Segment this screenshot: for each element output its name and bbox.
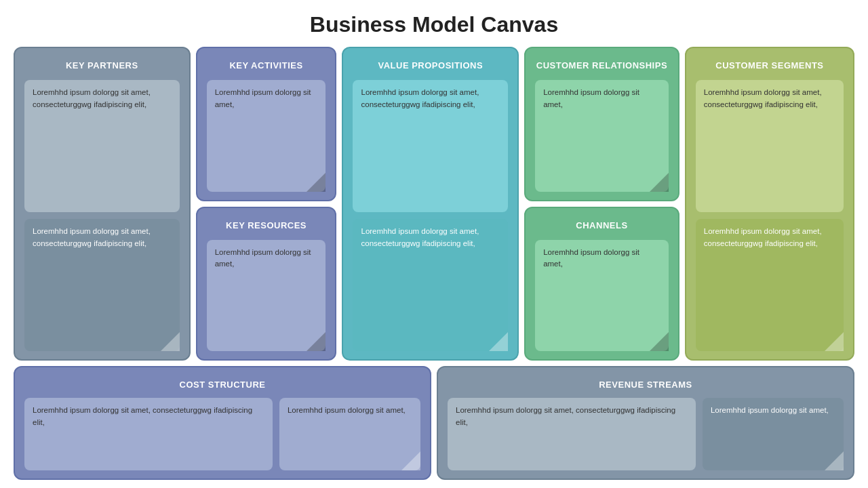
page-title: Business Model Canvas [14,12,854,37]
top-row: KEY PARTNERS Loremhhd ipsum dolorgg sit … [14,47,854,361]
value-propositions-text-bottom: Loremhhd ipsum dolorgg sit amet, consect… [361,227,479,247]
key-partners-fold [159,331,180,351]
activities-resources-column: KEY ACTIVITIES Loremhhd ipsum dolorgg si… [196,47,337,361]
key-activities-body: Loremhhd ipsum dolorgg sit amet, [207,80,326,192]
cost-structure-bodies: Loremhhd ipsum dolorgg sit amet, consect… [24,398,420,470]
key-partners-body-top: Loremhhd ipsum dolorgg sit amet, consect… [24,80,180,212]
customer-relationships-header: CUSTOMER RELATIONSHIPS [535,56,669,73]
key-resources-fold [305,331,326,351]
cost-structure-text-right: Loremhhd ipsum dolorgg sit amet, [288,406,406,414]
channels-header: CHANNELS [535,216,669,233]
key-resources-text: Loremhhd ipsum dolorgg sit amet, [215,248,311,268]
key-partners-text-top: Loremhhd ipsum dolorgg sit amet, consect… [33,88,151,108]
value-propositions-cell: VALUE PROPOSITIONS Loremhhd ipsum dolorg… [342,47,519,361]
key-activities-fold [305,171,326,192]
customer-segments-fold [823,331,844,351]
revenue-streams-text-right: Loremhhd ipsum dolorgg sit amet, [711,406,829,414]
page: Business Model Canvas KEY PARTNERS Lorem… [0,0,868,488]
channels-text: Loremhhd ipsum dolorgg sit amet, [543,248,639,268]
key-partners-cell: KEY PARTNERS Loremhhd ipsum dolorgg sit … [14,47,191,361]
customer-relationships-text: Loremhhd ipsum dolorgg sit amet, [543,88,639,108]
cost-structure-fold [400,450,420,470]
key-partners-text-bottom: Loremhhd ipsum dolorgg sit amet, consect… [33,227,151,247]
revenue-streams-header: REVENUE STREAMS [448,375,844,392]
cost-structure-body-left: Loremhhd ipsum dolorgg sit amet, consect… [24,398,273,470]
revenue-streams-cell: REVENUE STREAMS Loremhhd ipsum dolorgg s… [437,366,854,480]
bottom-row: COST STRUCTURE Loremhhd ipsum dolorgg si… [14,366,854,480]
key-resources-header: KEY RESOURCES [207,216,326,233]
cost-structure-text-left: Loremhhd ipsum dolorgg sit amet, consect… [33,406,252,426]
key-resources-body: Loremhhd ipsum dolorgg sit amet, [207,240,326,352]
customer-segments-header: CUSTOMER SEGMENTS [696,56,844,73]
revenue-streams-body-right: Loremhhd ipsum dolorgg sit amet, [703,398,844,470]
customer-relationships-body: Loremhhd ipsum dolorgg sit amet, [535,80,669,192]
key-partners-body-bottom: Loremhhd ipsum dolorgg sit amet, consect… [24,219,180,351]
customer-segments-cell: CUSTOMER SEGMENTS Loremhhd ipsum dolorgg… [685,47,854,361]
key-partners-header: KEY PARTNERS [24,56,180,73]
revenue-streams-fold [823,450,844,470]
channels-body: Loremhhd ipsum dolorgg sit amet, [535,240,669,352]
channels-cell: CHANNELS Loremhhd ipsum dolorgg sit amet… [524,207,679,361]
canvas-grid: KEY PARTNERS Loremhhd ipsum dolorgg sit … [14,47,854,480]
revenue-streams-body-left: Loremhhd ipsum dolorgg sit amet, consect… [448,398,696,470]
key-activities-text: Loremhhd ipsum dolorgg sit amet, [215,88,311,108]
customer-relationships-fold [648,171,669,192]
key-resources-cell: KEY RESOURCES Loremhhd ipsum dolorgg sit… [196,207,337,361]
customer-segments-body-bottom: Loremhhd ipsum dolorgg sit amet, consect… [696,219,844,351]
customer-segments-text-bottom: Loremhhd ipsum dolorgg sit amet, consect… [704,227,822,247]
customer-segments-text-top: Loremhhd ipsum dolorgg sit amet, consect… [704,88,822,108]
key-activities-cell: KEY ACTIVITIES Loremhhd ipsum dolorgg si… [196,47,337,201]
revenue-streams-bodies: Loremhhd ipsum dolorgg sit amet, consect… [448,398,844,470]
customer-relationships-cell: CUSTOMER RELATIONSHIPS Loremhhd ipsum do… [524,47,679,201]
value-propositions-header: VALUE PROPOSITIONS [353,56,508,73]
revenue-streams-text-left: Loremhhd ipsum dolorgg sit amet, consect… [456,406,675,426]
cost-structure-cell: COST STRUCTURE Loremhhd ipsum dolorgg si… [14,366,431,480]
value-propositions-fold [488,331,508,351]
value-propositions-body-top: Loremhhd ipsum dolorgg sit amet, consect… [353,80,508,212]
channels-fold [648,331,669,351]
customer-segments-body-top: Loremhhd ipsum dolorgg sit amet, consect… [696,80,844,212]
value-propositions-text-top: Loremhhd ipsum dolorgg sit amet, consect… [361,88,479,108]
cr-channels-column: CUSTOMER RELATIONSHIPS Loremhhd ipsum do… [524,47,679,361]
cost-structure-body-right: Loremhhd ipsum dolorgg sit amet, [279,398,420,470]
value-propositions-body-bottom: Loremhhd ipsum dolorgg sit amet, consect… [353,219,508,351]
cost-structure-header: COST STRUCTURE [24,375,420,392]
key-activities-header: KEY ACTIVITIES [207,56,326,73]
